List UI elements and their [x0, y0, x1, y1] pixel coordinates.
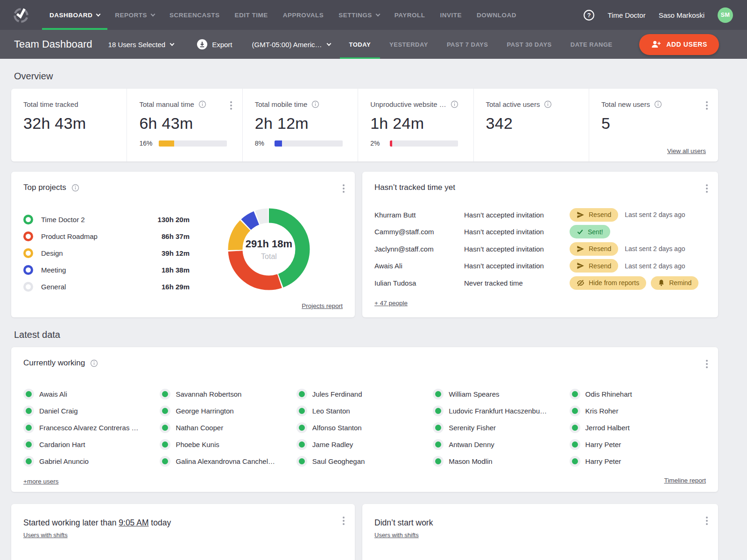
resend-button[interactable]: Resend: [570, 242, 618, 256]
online-dot-icon: [162, 408, 168, 414]
kebab-menu-icon[interactable]: [704, 359, 710, 369]
working-user: Francesco Alvarez Contreras …: [23, 419, 160, 436]
person-status: Never tracked time: [464, 279, 570, 287]
online-dot-icon: [299, 441, 305, 448]
resend-button[interactable]: Resend: [570, 259, 618, 273]
hide-button[interactable]: Hide from reports: [570, 276, 646, 290]
nav-item-payroll[interactable]: PAYROLL: [387, 0, 433, 30]
person-name: Jaclynn@staff.com: [374, 245, 464, 253]
stat-progress-bar: 8%: [255, 140, 345, 147]
stat-value: 2h 12m: [255, 114, 345, 133]
last-sent-note: Last sent 2 days ago: [625, 245, 685, 252]
working-user: Phoebe Kunis: [160, 436, 296, 453]
nav-item-approvals[interactable]: APPROVALS: [275, 0, 331, 30]
tab-past-7-days[interactable]: PAST 7 DAYS: [437, 30, 498, 59]
user-name: Harry Peter: [585, 441, 630, 448]
kebab-menu-icon[interactable]: [704, 183, 710, 194]
online-dot-icon: [26, 441, 32, 448]
info-icon[interactable]: [451, 100, 458, 108]
info-icon[interactable]: [198, 100, 206, 108]
export-button[interactable]: Export: [197, 39, 232, 49]
online-dot-icon: [26, 425, 32, 431]
timeline-report-link[interactable]: Timeline report: [664, 477, 706, 484]
time-doctor-logo-icon[interactable]: [11, 5, 31, 25]
info-icon[interactable]: [654, 100, 662, 108]
didnt-start-card: Didn’t start work Users with shifts: [362, 504, 718, 560]
not-tracked-row: Jaclynn@staff.comHasn’t accepted invitat…: [374, 240, 706, 258]
dashboard-toolbar: Team Dashboard 18 Users Selected Export …: [0, 30, 747, 59]
nav-item-edit-time[interactable]: EDIT TIME: [227, 0, 275, 30]
download-icon: [197, 39, 207, 49]
kebab-menu-icon[interactable]: [228, 100, 234, 111]
tab-yesterday[interactable]: YESTERDAY: [380, 30, 437, 59]
stat-label: Total new users: [601, 100, 650, 108]
donut-total-value: 291h 18m: [246, 238, 292, 250]
chevron-down-icon: [170, 42, 175, 46]
user-name: Serenity Fisher: [449, 424, 504, 432]
nav-item-settings[interactable]: SETTINGS: [331, 0, 387, 30]
resend-button[interactable]: Resend: [570, 208, 618, 222]
user-name: Nathan Cooper: [176, 424, 232, 432]
currently-working-grid: Awais AliDaniel CraigFrancesco Alvarez C…: [23, 385, 706, 469]
user-name: Antwan Denny: [449, 441, 503, 448]
working-user: Daniel Craig: [23, 402, 160, 419]
not-tracked-rows: Khurram ButtHasn’t accepted invitationRe…: [374, 206, 706, 292]
stat-label: Total manual time: [139, 100, 194, 108]
users-selected-dropdown[interactable]: 18 Users Selected: [108, 41, 174, 49]
project-ring-icon: [23, 215, 33, 224]
info-icon[interactable]: [311, 100, 319, 108]
working-column: Awais AliDaniel CraigFrancesco Alvarez C…: [23, 385, 160, 469]
remind-button[interactable]: Remind: [651, 276, 698, 290]
kebab-menu-icon[interactable]: [341, 183, 346, 194]
tab-today[interactable]: TODAY: [340, 30, 381, 59]
project-time: 86h 37m: [162, 232, 190, 240]
info-icon[interactable]: [544, 100, 552, 108]
nav-item-dashboard[interactable]: DASHBOARD: [42, 0, 107, 30]
kebab-menu-icon[interactable]: [341, 516, 346, 526]
tab-past-30-days[interactable]: PAST 30 DAYS: [497, 30, 561, 59]
add-users-button[interactable]: ADD USERS: [639, 34, 719, 55]
avatar[interactable]: SM: [718, 7, 733, 23]
more-people-link[interactable]: + 47 people: [374, 300, 408, 307]
not-tracked-row: Khurram ButtHasn’t accepted invitationRe…: [374, 206, 706, 224]
currently-working-title: Currently working: [23, 358, 85, 368]
working-column: Jules FerdinandLeo StantonAlfonso Stanto…: [296, 385, 433, 469]
overview-stats-row: Total time tracked32h 43mTotal manual ti…: [11, 89, 718, 161]
online-dot-icon: [572, 441, 578, 448]
stat-value: 342: [486, 114, 577, 133]
top-projects-title: Top projects: [23, 183, 66, 192]
stat-card-unproductive-website: Unproductive website …1h 24m2%: [358, 89, 473, 161]
user-name: Kris Roher: [585, 407, 627, 415]
tab-date-range[interactable]: DATE RANGE: [561, 30, 622, 59]
view-all-users-link[interactable]: View all users: [667, 147, 706, 154]
chevron-down-icon: [326, 42, 331, 46]
users-with-shifts-link[interactable]: Users with shifts: [374, 532, 419, 539]
projects-report-link[interactable]: Projects report: [302, 302, 343, 309]
online-dot-icon: [162, 458, 168, 464]
nav-item-invite[interactable]: INVITE: [433, 0, 470, 30]
users-with-shifts-link[interactable]: Users with shifts: [23, 532, 68, 539]
nav-item-screencasts[interactable]: SCREENCASTS: [162, 0, 227, 30]
help-icon[interactable]: ?: [583, 9, 595, 21]
kebab-menu-icon[interactable]: [704, 100, 710, 111]
info-icon[interactable]: [71, 184, 79, 192]
online-dot-icon: [572, 425, 578, 431]
stat-percent: 16%: [139, 140, 153, 147]
nav-item-reports[interactable]: REPORTS: [107, 0, 162, 30]
brand-menu[interactable]: Time Doctor: [608, 11, 646, 19]
shift-time: 9:05 AM: [119, 518, 148, 527]
online-dot-icon: [299, 408, 305, 414]
user-name: Alfonso Stanton: [312, 424, 370, 432]
top-navbar: DASHBOARDREPORTSSCREENCASTSEDIT TIMEAPPR…: [0, 0, 747, 30]
user-menu[interactable]: Saso Markoski: [659, 11, 705, 19]
project-ring-icon: [23, 248, 33, 258]
sent-button[interactable]: Sent!: [570, 225, 610, 238]
nav-item-download[interactable]: DOWNLOAD: [469, 0, 524, 30]
timezone-dropdown[interactable]: (GMT-05:00) Americ…: [252, 41, 330, 49]
working-user: Ludovic Frankfurt Hacszenbu…: [433, 402, 569, 419]
kebab-menu-icon[interactable]: [704, 516, 710, 526]
info-icon[interactable]: [90, 359, 98, 367]
more-users-link[interactable]: +more users: [23, 478, 58, 485]
user-name: Galina Alexandrovna Canchel…: [176, 457, 283, 465]
stat-label: Unproductive website …: [370, 100, 446, 108]
